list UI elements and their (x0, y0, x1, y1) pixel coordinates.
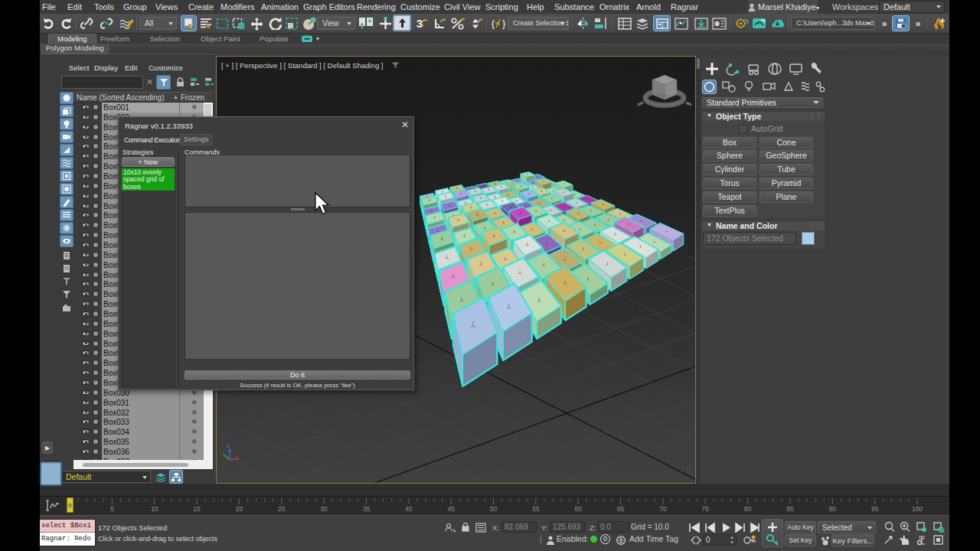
svg-text:25: 25 (278, 505, 286, 513)
svg-text:95: 95 (871, 505, 879, 513)
svg-text:15: 15 (193, 505, 201, 513)
svg-text:90: 90 (829, 505, 837, 513)
svg-text:85: 85 (786, 505, 794, 513)
svg-text:60: 60 (574, 505, 582, 513)
svg-text:40: 40 (405, 505, 413, 513)
svg-text:50: 50 (490, 505, 498, 513)
svg-text:70: 70 (659, 505, 667, 513)
svg-text:75: 75 (701, 505, 709, 513)
svg-text:45: 45 (447, 505, 455, 513)
svg-text:35: 35 (363, 505, 371, 513)
svg-text:10: 10 (151, 505, 158, 513)
svg-text:5: 5 (110, 505, 114, 513)
svg-text:55: 55 (532, 505, 540, 513)
svg-text:100: 100 (912, 505, 923, 513)
svg-text:80: 80 (744, 505, 752, 513)
svg-text:z: z (227, 443, 230, 448)
svg-text:20: 20 (236, 505, 243, 513)
svg-text:30: 30 (320, 505, 328, 513)
svg-text:65: 65 (617, 505, 625, 513)
